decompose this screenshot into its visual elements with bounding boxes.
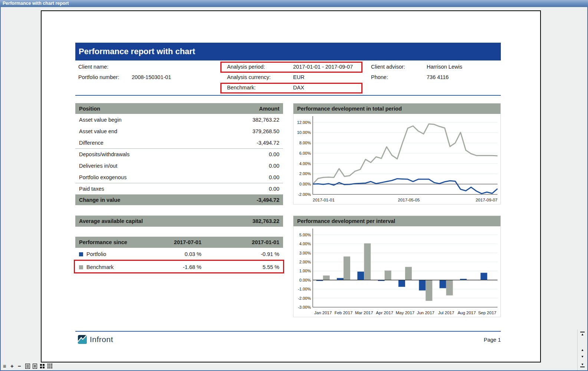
per-interval-chart-panel: Performance development per interval -3.… [293, 216, 501, 317]
phone-label: Phone: [371, 74, 388, 82]
svg-text:-2.00%: -2.00% [298, 296, 311, 301]
portfolio-number-value: 2008-150301-01 [132, 74, 171, 82]
svg-text:2.00%: 2.00% [299, 171, 311, 176]
row-value: -3,494.72 [257, 140, 279, 146]
portfolio-bar [419, 280, 426, 290]
benchmark-bar [385, 270, 391, 280]
row-value: 5.55 % [201, 264, 279, 270]
row-value: -0.91 % [201, 251, 279, 257]
portfolio-number-label: Portfolio number: [78, 74, 119, 82]
svg-text:4.00%: 4.00% [299, 242, 311, 246]
row-value: 382,763.22 [252, 117, 279, 123]
svg-text:6.00%: 6.00% [299, 151, 311, 155]
benchmark-label: Benchmark: [227, 85, 256, 92]
row-value: 0.03 % [142, 251, 201, 257]
table-row: Deposits/withdrawals 0.00 [75, 148, 283, 160]
infront-logo: Infront [78, 335, 113, 344]
scroll-up-button[interactable]: ▲ [580, 348, 585, 352]
report-page: Performance report with chart Client nam… [41, 10, 541, 362]
client-advisor-value: Harrison Lewis [427, 64, 462, 71]
svg-text:Feb 2017: Feb 2017 [335, 311, 353, 315]
row-label: Asset value end [79, 128, 117, 134]
zoom-out-icon: − [18, 364, 21, 369]
avg-capital-label: Average available capital [79, 218, 143, 224]
scroll-up-icon: ▲ [581, 348, 584, 352]
infront-logo-text: Infront [90, 335, 113, 344]
scroll-to-bottom-button[interactable]: ▼ [580, 363, 585, 367]
analysis-currency-label: Analysis currency: [227, 74, 271, 82]
svg-text:8.00%: 8.00% [299, 141, 311, 145]
analysis-period-value: 2017-01-01 - 2017-09-07 [293, 64, 353, 71]
portfolio-row: Portfolio 0.03 % -0.91 % [75, 248, 283, 260]
single-page-button[interactable] [33, 363, 40, 369]
bottom-toolbar: ≡ + − [3, 363, 55, 369]
row-value: 0.00 [269, 151, 279, 157]
svg-text:Jan 2017: Jan 2017 [314, 311, 332, 315]
benchmark-bar [446, 280, 453, 295]
svg-text:0.00%: 0.00% [299, 182, 311, 186]
benchmark-series-line [313, 124, 497, 184]
row-value: 0.00 [269, 174, 279, 180]
two-page-view-button[interactable] [40, 363, 47, 369]
scroll-down-button[interactable]: ▼ [580, 355, 585, 358]
perf-header-date-1: 2017-07-01 [142, 239, 201, 245]
analysis-currency-value: EUR [293, 74, 305, 82]
benchmark-bar [364, 243, 371, 280]
portfolio-series-line [313, 179, 497, 194]
table-row: Asset value begin 382,763.22 [75, 114, 283, 125]
row-label: Portfolio exogenous [79, 174, 127, 180]
position-table: Position Amount Asset value begin 382,76… [75, 103, 283, 205]
vertical-scrollbar[interactable]: ▲ ▲ ▼ ▼ [577, 329, 587, 370]
report-title-bar: Performance report with chart [75, 43, 501, 60]
benchmark-bar [405, 267, 412, 280]
perf-header-date-2: 2017-01-01 [201, 239, 279, 245]
table-row: Paid taxes 0.00 [75, 183, 283, 194]
scroll-down-icon: ▼ [581, 355, 584, 358]
window-titlebar: Performance with chart report [0, 0, 588, 7]
svg-text:5.00%: 5.00% [299, 233, 311, 237]
svg-text:0.00%: 0.00% [299, 278, 311, 282]
total-period-line-chart: -2.00%0.00%2.00%4.00%6.00%8.00%10.00%12.… [293, 114, 500, 204]
footer-separator-line [75, 331, 501, 332]
thumbnail-view-button[interactable] [47, 363, 55, 369]
window-title: Performance with chart report [3, 1, 69, 6]
table-row: Deliveries in/out 0.00 [75, 160, 283, 171]
page-with-lines-icon [25, 364, 30, 369]
svg-text:Apr 2017: Apr 2017 [376, 311, 393, 315]
portfolio-bar [480, 273, 487, 280]
position-table-header: Position Amount [75, 103, 283, 114]
svg-text:1.00%: 1.00% [299, 269, 311, 273]
position-header-label: Position [79, 106, 100, 112]
row-value: 0.00 [269, 163, 279, 169]
table-row: Portfolio exogenous 0.00 [75, 171, 283, 183]
grid-3x3-dots-icon [47, 364, 53, 369]
row-label: Paid taxes [79, 186, 104, 192]
svg-text:Sep 2017: Sep 2017 [478, 311, 496, 315]
client-advisor-label: Client advisor: [371, 64, 405, 71]
svg-text:May 2017: May 2017 [396, 311, 415, 315]
svg-text:10.00%: 10.00% [297, 130, 311, 135]
row-label: Deliveries in/out [79, 163, 117, 169]
svg-text:Jun 2017: Jun 2017 [417, 311, 434, 315]
zoom-out-button[interactable]: − [18, 363, 25, 369]
client-name-label: Client name: [78, 64, 108, 71]
analysis-period-label: Analysis period: [227, 64, 265, 71]
performance-table-header: Performance since 2017-07-01 2017-01-01 [75, 237, 283, 248]
total-period-chart-panel: Performance development in total period … [293, 103, 501, 204]
row-label: Asset value begin [79, 117, 121, 123]
row-label: Difference [79, 140, 104, 146]
row-label: Deposits/withdrawals [79, 151, 129, 157]
svg-text:-2.00%: -2.00% [298, 192, 311, 197]
row-value: -3,494.72 [257, 197, 279, 203]
menu-button[interactable]: ≡ [3, 363, 10, 369]
report-title: Performance report with chart [79, 47, 195, 56]
svg-text:2017-05-05: 2017-05-05 [398, 198, 420, 202]
table-row: Difference -3,494.72 [75, 137, 283, 148]
zoom-in-button[interactable]: + [10, 363, 18, 369]
menu-icon: ≡ [3, 364, 6, 369]
row-value: 379,268.50 [252, 128, 279, 134]
svg-text:2017-01-01: 2017-01-01 [313, 198, 335, 202]
scroll-to-top-button[interactable]: ▲ [580, 332, 585, 336]
svg-text:2017-09-07: 2017-09-07 [476, 198, 497, 202]
page-view-button[interactable] [25, 363, 33, 369]
